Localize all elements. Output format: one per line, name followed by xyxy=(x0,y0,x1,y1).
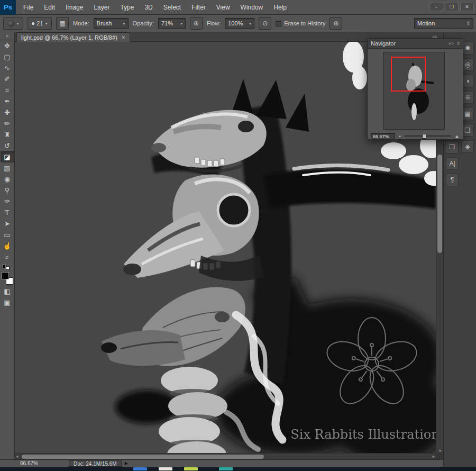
vertical-scroll-thumb[interactable] xyxy=(437,155,442,253)
character-panel-icon[interactable]: A| xyxy=(446,157,459,170)
brush-tip-icon xyxy=(7,20,14,27)
blur-tool[interactable]: ◉ xyxy=(1,174,14,185)
airbrush-icon[interactable]: ⊙ xyxy=(259,17,271,30)
close-button[interactable]: ✕ xyxy=(460,3,474,11)
brush-tool[interactable]: ✏ xyxy=(1,118,14,129)
brush-preset-picker[interactable]: ▾ xyxy=(3,17,23,30)
menu-help[interactable]: Help xyxy=(273,4,287,11)
scroll-down-icon[interactable]: ▾ xyxy=(436,448,444,453)
navigator-panel: Navigator »» ≡ 66.67% ▲ ▲ xyxy=(367,38,463,140)
navigator-header[interactable]: Navigator »» ≡ xyxy=(368,39,463,49)
taskbar-app-icon[interactable] xyxy=(219,467,233,470)
horizontal-scroll-thumb[interactable] xyxy=(22,455,264,459)
mode-label: Mode: xyxy=(73,20,89,26)
dodge-tool[interactable]: ⚲ xyxy=(1,185,14,196)
gradient-tool[interactable]: ▧ xyxy=(1,162,14,174)
navigator-zoom-field[interactable]: 66.67% xyxy=(371,133,395,140)
tablet-pressure-size-icon[interactable]: ⊛ xyxy=(329,17,342,30)
panel-collapse-icon[interactable]: »» xyxy=(448,41,454,46)
quick-selection-tool-icon: ✐ xyxy=(4,75,10,83)
updown-arrows-icon: ⇕ xyxy=(466,21,470,26)
mode-dropdown[interactable]: Brush ▾ xyxy=(94,18,129,29)
navigator-view-box[interactable] xyxy=(391,57,426,92)
crop-tool-icon: ⌗ xyxy=(5,86,9,95)
navigator-zoom-slider-thumb[interactable] xyxy=(422,134,426,139)
eyedropper-tool-icon: ✒ xyxy=(4,97,10,105)
3d-panel-icon[interactable]: ❒ xyxy=(446,141,459,153)
screen-mode-button[interactable]: ▣ xyxy=(1,297,14,308)
taskbar-app-icon[interactable] xyxy=(159,467,172,470)
document-tab[interactable]: light.psd @ 66.7% (Layer 1, RGB/8#) × xyxy=(16,32,130,42)
navigator-thumbnail[interactable] xyxy=(383,52,445,130)
dropdown-arrow-icon: ▾ xyxy=(16,21,19,26)
erase-to-history-label: Erase to History xyxy=(284,20,325,26)
menu-file[interactable]: File xyxy=(23,4,33,11)
navigator-zoom-slider[interactable] xyxy=(405,133,451,139)
type-tool[interactable]: T xyxy=(1,207,14,218)
opacity-value: 71% xyxy=(161,20,173,26)
brush-size-widget[interactable]: 21 ▾ xyxy=(28,17,52,30)
zoom-in-mountain-icon[interactable]: ▲ xyxy=(454,133,460,139)
hand-tool[interactable]: ☝ xyxy=(1,240,14,251)
menu-window[interactable]: Window xyxy=(241,4,263,11)
clone-stamp-tool[interactable]: ♜ xyxy=(1,129,14,140)
screen-mode-icon: ▣ xyxy=(4,298,10,306)
menu-layer[interactable]: Layer xyxy=(94,4,109,11)
windows-taskbar[interactable] xyxy=(0,467,476,471)
mini-foreground-swatch xyxy=(2,265,6,268)
default-colors-icon[interactable] xyxy=(2,265,10,270)
color-swatches[interactable] xyxy=(2,272,13,285)
workspace-value: Motion xyxy=(417,20,435,26)
flow-dropdown[interactable]: 100% ▾ xyxy=(225,18,254,29)
status-zoom-field[interactable]: 66.67% xyxy=(20,460,38,466)
foreground-color-swatch[interactable] xyxy=(2,272,9,279)
menu-filter[interactable]: Filter xyxy=(191,4,206,11)
menu-3d[interactable]: 3D xyxy=(144,4,152,11)
document-tab-label: light.psd @ 66.7% (Layer 1, RGB/8#) xyxy=(21,34,117,41)
horizontal-scrollbar[interactable]: ◂ ▸ xyxy=(15,453,436,459)
tablet-pressure-opacity-icon[interactable]: ⊛ xyxy=(190,17,203,30)
menu-view[interactable]: View xyxy=(216,4,230,11)
menu-edit[interactable]: Edit xyxy=(44,4,55,11)
toggle-brush-panel-button[interactable]: ▦ xyxy=(56,17,69,30)
erase-to-history-checkbox[interactable]: Erase to History xyxy=(276,20,325,26)
zoom-out-mountain-icon[interactable]: ▲ xyxy=(398,134,401,138)
zoom-tool[interactable]: ⌕ xyxy=(1,251,14,262)
healing-brush-tool[interactable]: ✚ xyxy=(1,107,14,118)
quick-selection-tool[interactable]: ✐ xyxy=(1,74,14,85)
eraser-tool[interactable]: ◪ xyxy=(1,151,14,162)
move-tool[interactable]: ✥ xyxy=(1,40,14,51)
menu-image[interactable]: Image xyxy=(66,4,83,11)
rectangle-tool-icon: ▭ xyxy=(4,231,10,239)
tool-options-bar: ▾ 21 ▾ ▦ Mode: Brush ▾ Opacity: 71% ▾ ⊛ … xyxy=(0,15,476,32)
eyedropper-tool[interactable]: ✒ xyxy=(1,96,14,107)
taskbar-app-icon[interactable] xyxy=(184,467,198,470)
clone-stamp-tool-icon: ♜ xyxy=(4,131,11,139)
lasso-tool[interactable]: ∿ xyxy=(1,62,14,74)
status-bar: 66.67% Doc: 24.1M/15.6M ▶ xyxy=(0,459,443,467)
rectangle-tool[interactable]: ▭ xyxy=(1,229,14,240)
history-brush-tool[interactable]: ↺ xyxy=(1,140,14,151)
opacity-dropdown[interactable]: 71% ▾ xyxy=(158,18,186,29)
tools-panel: » ✥ ▢ ∿ ✐ ⌗ ✒ ✚ ✏ ♜ ↺ ◪ ▧ ◉ ⚲ ✑ T ➤ ▭ ☝ … xyxy=(0,32,15,459)
pen-tool[interactable]: ✑ xyxy=(1,196,14,207)
workspace-dropdown[interactable]: Motion ⇕ xyxy=(414,18,473,29)
tab-close-icon[interactable]: × xyxy=(122,34,125,41)
paragraph-panel-icon[interactable]: ¶ xyxy=(446,174,459,186)
quick-mask-button[interactable]: ◧ xyxy=(1,286,14,297)
path-selection-tool-icon: ➤ xyxy=(4,220,10,228)
status-flyout-arrow[interactable]: ▶ xyxy=(125,461,128,466)
document-size-info[interactable]: Doc: 24.1M/15.6M xyxy=(69,460,122,467)
restore-button[interactable]: ❐ xyxy=(445,3,459,11)
taskbar-app-icon[interactable] xyxy=(133,467,147,470)
panel-menu-icon[interactable]: ≡ xyxy=(457,41,460,46)
rectangular-marquee-tool[interactable]: ▢ xyxy=(1,51,14,62)
minimize-button[interactable]: – xyxy=(429,3,443,11)
menu-type[interactable]: Type xyxy=(120,4,134,11)
menu-select[interactable]: Select xyxy=(163,4,181,11)
path-selection-tool[interactable]: ➤ xyxy=(1,218,14,229)
toolbar-collapse-icon[interactable]: » xyxy=(0,32,14,40)
crop-tool[interactable]: ⌗ xyxy=(1,85,14,96)
healing-brush-tool-icon: ✚ xyxy=(4,108,10,116)
paths-panel-icon[interactable]: ◈ xyxy=(461,140,474,153)
